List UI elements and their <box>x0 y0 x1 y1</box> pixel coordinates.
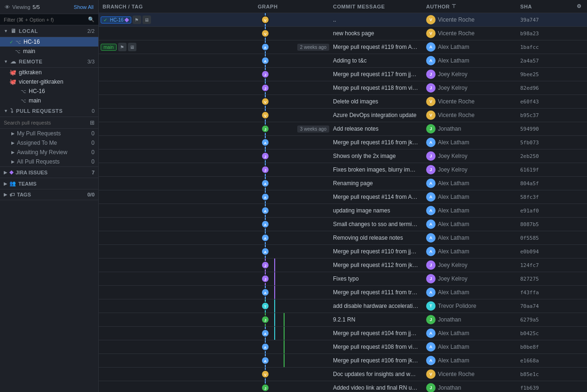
commit-message: Delete old images <box>329 98 422 105</box>
author-name: Alex Latham <box>438 357 469 364</box>
table-row[interactable]: Tadd disable hardware acceleration and i… <box>99 299 587 313</box>
table-row[interactable]: AAdding to t&cAAlex Latham2a4a57 <box>99 54 587 68</box>
table-row[interactable]: VDoc updates for insights and workspaces… <box>99 368 587 381</box>
local-section-header[interactable]: ▼ 🖥 LOCAL 2/2 <box>0 25 98 37</box>
pr-section-header[interactable]: ▼ ⤵ PULL REQUESTS 0 <box>0 105 98 117</box>
main-content: BRANCH / TAG GRAPH COMMIT MESSAGE AUTHOR… <box>99 0 587 392</box>
commit-message: Merge pull request #111 from trevor-poli… <box>329 289 422 296</box>
table-row[interactable]: JFixes typoJJoey Kelroy827275 <box>99 272 587 286</box>
filter-input[interactable] <box>4 17 86 23</box>
tags-label: TAGS <box>17 192 31 197</box>
table-row[interactable]: ARemoving old release notesAAlex Latham0… <box>99 231 587 245</box>
table-row[interactable]: JFixes broken images, blurry images, and… <box>99 163 587 177</box>
pr-awaiting-review[interactable]: ▶ Awaiting My Review 0 <box>0 148 98 157</box>
svg-text:T: T <box>264 305 267 309</box>
branch-label-main[interactable]: main <box>101 44 117 51</box>
table-row[interactable]: JMerge pull request #117 from jjsilva4/P… <box>99 68 587 81</box>
jira-section-header[interactable]: ▶ ◆ JIRA ISSUES 7 <box>0 167 98 178</box>
branch-icon: ⌥ <box>21 98 26 103</box>
tags-icon: 🏷 <box>9 192 15 197</box>
table-row[interactable]: JShows only the 2x imageJJoey Kelroy2eb2… <box>99 149 587 163</box>
author-name: Joey Kelroy <box>438 166 468 173</box>
graph-cell: A <box>254 190 329 204</box>
author-name: Jonathan <box>438 125 461 132</box>
branch-action-icon[interactable]: ⚑ <box>118 43 127 51</box>
table-row[interactable]: J9.2.1 RNJJonathan6279a5 <box>99 313 587 327</box>
remote-item-vicenter[interactable]: 🐙 vicenter-gitkraken <box>0 77 98 86</box>
table-row[interactable]: Vnew hooks pageVVicente Rocheb98a23 <box>99 27 587 40</box>
avatar: J <box>426 315 436 324</box>
sha-cell: f1b639 <box>516 385 573 391</box>
avatar: A <box>426 356 436 365</box>
table-row[interactable]: AMerge pull request #106 from jkelroy/HC… <box>99 354 587 368</box>
branch-action-icon-2[interactable]: 🖥 <box>143 16 151 24</box>
branch-tag-cell: main⚑🖥 <box>99 43 254 51</box>
avatar: V <box>426 369 436 379</box>
table-row[interactable]: AMerge pull request #104 from jjsilva4/P… <box>99 327 587 340</box>
table-row[interactable]: AMerge pull request #110 from jjsilva4/9… <box>99 245 587 259</box>
remote-item-gitkraken[interactable]: 🐙 gitkraken <box>0 68 98 77</box>
pr-assigned-to-me[interactable]: ▶ Assigned To Me 0 <box>0 138 98 148</box>
table-row[interactable]: JMerge pull request #112 from jkelroy/fi… <box>99 259 587 272</box>
show-all-link[interactable]: Show All <box>74 4 94 10</box>
avatar: A <box>426 342 436 352</box>
local-count: 2/2 <box>87 28 95 34</box>
author-name: Alex Latham <box>438 207 469 214</box>
table-row[interactable]: ARenaming pageAAlex Latham804a5f <box>99 177 587 190</box>
col-settings[interactable]: ⚙ <box>573 3 587 9</box>
branch-item-hc16-local[interactable]: ✓ ⌥ HC-16 <box>0 37 98 47</box>
assigned-chevron: ▶ <box>11 141 15 145</box>
table-row[interactable]: Aupdating image namesAAlex Lathame91af0 <box>99 204 587 218</box>
author-name: Vicente Roche <box>438 16 475 23</box>
remote-branch-main[interactable]: ⌥ main <box>0 96 98 105</box>
remote-section: ▼ ☁ REMOTE 3/3 🐙 gitkraken 🐙 vicenter-gi… <box>0 56 98 105</box>
avatar: A <box>426 288 436 297</box>
author-cell: VVicente Roche <box>422 15 516 24</box>
branch-action-icon-2[interactable]: 🖥 <box>128 43 136 51</box>
table-row[interactable]: AMerge pull request #114 from Axxzilla/U… <box>99 190 587 204</box>
pr-filter-icon[interactable]: ⊞ <box>90 119 95 126</box>
pr-my-pull-requests[interactable]: ▶ My Pull Requests 0 <box>0 129 98 138</box>
author-name: Trevor Polidore <box>438 303 476 309</box>
branch-tag-cell: ✓ HC-16⚑🖥 <box>99 16 254 24</box>
author-filter-icon[interactable]: ⊤ <box>452 3 457 9</box>
remote-section-header[interactable]: ▼ ☁ REMOTE 3/3 <box>0 56 98 68</box>
pr-search-input[interactable] <box>4 120 88 125</box>
col-commit-message: COMMIT MESSAGE <box>329 4 422 9</box>
commit-message: 9.2.1 RN <box>329 316 422 323</box>
teams-icon: 👥 <box>9 180 16 187</box>
settings-icon[interactable]: ⚙ <box>577 3 582 9</box>
col-author: AUTHOR ⊤ <box>422 3 516 9</box>
table-row[interactable]: J3 weeks agoAdd release notesJJonathan59… <box>99 122 587 136</box>
branch-label-hc16[interactable]: ✓ HC-16 <box>101 16 131 24</box>
author-name: Jonathan <box>438 316 461 323</box>
author-cell: AAlex Latham <box>422 179 516 188</box>
tags-section-header[interactable]: ▶ 🏷 TAGS 0/0 <box>0 189 98 200</box>
author-cell: JJoey Kelroy <box>422 274 516 283</box>
table-row[interactable]: VDelete old imagesVVicente Rochee60f43 <box>99 95 587 109</box>
table-row[interactable]: AMerge pull request #116 from jkelroy/fi… <box>99 136 587 149</box>
teams-section-header[interactable]: ▶ 👥 TEAMS <box>0 178 98 189</box>
branch-action-icon[interactable]: ⚑ <box>133 16 141 24</box>
pr-all[interactable]: ▶ All Pull Requests 0 <box>0 157 98 166</box>
graph-cell: A <box>254 245 329 258</box>
local-chevron-icon: ▼ <box>4 29 8 33</box>
table-row[interactable]: AMerge pull request #108 from vicenter-g… <box>99 340 587 354</box>
commit-message: Merge pull request #108 from vicenter-gi… <box>329 344 422 350</box>
commit-message: Add release notes <box>329 125 422 132</box>
avatar: A <box>426 192 436 202</box>
table-row[interactable]: main⚑🖥A2 weeks agoMerge pull request #11… <box>99 40 587 54</box>
author-cell: JJoey Kelroy <box>422 151 516 161</box>
graph-cell: J3 weeks ago <box>254 122 329 135</box>
svg-text:A: A <box>264 209 267 213</box>
sha-cell: e60f43 <box>516 99 573 105</box>
table-row[interactable]: AMerge pull request #111 from trevor-pol… <box>99 286 587 299</box>
table-row[interactable]: JMerge pull request #118 from vicenter-g… <box>99 81 587 95</box>
table-row[interactable]: JAdded video link and final RN updatesJJ… <box>99 381 587 392</box>
author-name: Vicente Roche <box>438 112 475 118</box>
table-row[interactable]: ASmall changes to sso and terminal pages… <box>99 218 587 231</box>
branch-item-main-local[interactable]: ⌥ main <box>0 47 98 56</box>
table-row[interactable]: ✓ HC-16⚑🖥V..VVicente Roche39a747 <box>99 13 587 27</box>
remote-branch-hc16[interactable]: ⌥ HC-16 <box>0 86 98 96</box>
table-row[interactable]: VAzure DevOps integration updateVVicente… <box>99 109 587 122</box>
